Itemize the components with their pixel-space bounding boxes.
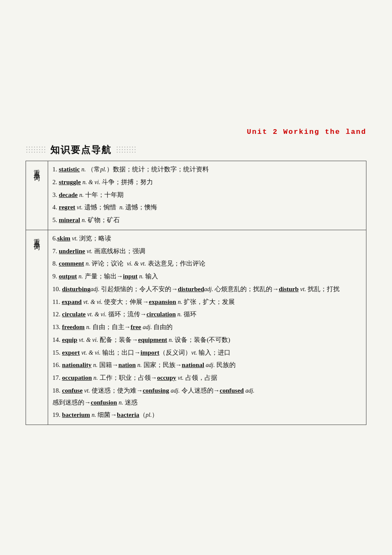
word-underline: underline [59, 248, 85, 254]
word-import: import [141, 349, 159, 356]
pos-4: vt. [77, 204, 83, 211]
entry-9: 9. output n. 产量；输出→input n. 输入 [52, 271, 362, 283]
word-disturbed: disturbed [178, 286, 204, 292]
entry-11: 11. expand vt. & vi. 使变大；伸展→expansion n.… [52, 296, 362, 308]
word-expand: expand [62, 298, 82, 305]
word-occupy: occupy [157, 374, 176, 381]
word-confusion: confusion [91, 399, 117, 406]
dots-right [116, 146, 136, 154]
word-confused: confused [220, 387, 244, 394]
row-label-text-1: 重点单词 [31, 165, 43, 171]
pos-7: vt. [86, 248, 92, 254]
word-free: free [131, 324, 141, 330]
row-label-1: 重点单词 [26, 161, 48, 230]
table-row-2: 重点单词 6.skim vt. 浏览；略读 7. underline vt. 画… [26, 230, 366, 425]
entry-10: 10. disturbingadj. 引起烦恼的；令人不安的→disturbed… [52, 283, 362, 295]
vocab-content-1: 1. statistic n. （常pl.）数据；统计；统计数字；统计资料 2.… [48, 161, 366, 230]
pos-5: n. [82, 217, 86, 223]
pos-3: n. [79, 192, 84, 198]
entry-17: 17. occupation n. 工作；职业；占领→occupy vt. 占领… [52, 372, 362, 384]
word-nation: nation [118, 361, 136, 368]
word-regret: regret [59, 204, 75, 211]
entry-15: 15. export vt. & vi. 输出；出口→import（反义词）vt… [52, 347, 362, 359]
entry-4: 4. regret vt. 遗憾；惋惜 n. 遗憾；懊悔 [52, 202, 362, 214]
word-equip: equip [62, 336, 78, 343]
pos-9: n. [78, 273, 83, 280]
word-circulate: circulate [62, 311, 86, 318]
entry-13: 13. freedom n. 自由；自主→free adj. 自由的 [52, 321, 362, 333]
pos-13: n. [86, 324, 91, 330]
row-label-2: 重点单词 [26, 230, 48, 425]
pos-19: n. [92, 412, 96, 418]
pos-11: vt. & vi. [83, 299, 102, 305]
word-nationality: nationality [62, 361, 92, 368]
word-occupation: occupation [62, 374, 92, 381]
dots-left [26, 146, 46, 154]
entry-6: 6.skim vt. 浏览；略读 [52, 233, 362, 245]
entry-16: 16. nationality n. 国籍→nation n. 国家；民族→na… [52, 359, 362, 371]
word-bacteria: bacteria [117, 411, 139, 418]
entry-5: 5. mineral n. 矿物；矿石 [52, 214, 362, 226]
entry-3: 3. decade n. 十年；十年期 [52, 189, 362, 201]
entry-18: 18. confuse vt. 使迷惑；使为难→confusing adj. 令… [52, 385, 362, 409]
vocab-content-2: 6.skim vt. 浏览；略读 7. underline vt. 画底线标出；… [48, 230, 366, 425]
word-bacterium: bacterium [62, 411, 90, 418]
word-export: export [62, 349, 80, 356]
pos-16: n. [93, 362, 98, 368]
pos-14: vt. & vi. [79, 337, 98, 343]
word-mineral: mineral [59, 217, 80, 223]
section-title: 知识要点导航 [50, 144, 112, 156]
word-disturbing: disturbing [62, 286, 91, 292]
entry-14: 14. equip vt. & vi. 配备；装备→equipment n. 设… [52, 334, 362, 346]
word-equipment: equipment [138, 336, 167, 343]
unit-title: Unit 2 Working the land [26, 128, 366, 136]
word-output: output [59, 273, 77, 280]
pos-10: adj. [90, 286, 99, 292]
word-input: input [123, 273, 138, 280]
entry-7: 7. underline vt. 画底线标出；强调 [52, 246, 362, 257]
pos-17: n. [93, 375, 98, 381]
word-confuse: confuse [62, 387, 83, 394]
pos-6: vt. [72, 235, 78, 242]
entry-2: 2. struggle n. & vi. 斗争；拼搏；努力 [52, 176, 362, 188]
word-struggle: struggle [59, 179, 81, 185]
pos-8: n. [86, 260, 90, 267]
table-row-1: 重点单词 1. statistic n. （常pl.）数据；统计；统计数字；统计… [26, 161, 366, 230]
entry-1: 1. statistic n. （常pl.）数据；统计；统计数字；统计资料 [52, 164, 362, 176]
entry-12: 12. circulate vt. & vi. 循环；流传→circulatio… [52, 309, 362, 321]
section-header: 知识要点导航 [26, 144, 366, 156]
word-confusing: confusing [143, 387, 169, 394]
word-national: national [182, 361, 205, 368]
pos-18: vt. [84, 387, 90, 394]
row-label-text-2: 重点单词 [31, 234, 43, 240]
pos-2: n. & vi. [82, 179, 100, 185]
word-disturb: disturb [279, 286, 299, 292]
word-circulation: circulation [147, 311, 176, 318]
word-decade: decade [59, 191, 78, 198]
word-skim: skim [57, 235, 70, 242]
word-freedom: freedom [62, 324, 85, 330]
word-expansion: expansion [149, 298, 176, 305]
entry-19: 19. bacterium n. 细菌→bacteria（pl.） [52, 409, 362, 421]
pos-12: vt. & vi. [87, 311, 107, 318]
word-comment: comment [59, 260, 84, 267]
vocab-table: 重点单词 1. statistic n. （常pl.）数据；统计；统计数字；统计… [26, 161, 366, 425]
entry-8: 8. comment n. 评论；议论 vi. & vt. 表达意见；作出评论 [52, 258, 362, 270]
pos-1: n. [81, 166, 86, 173]
pos-15: vt. & vi. [81, 350, 101, 356]
word-statistic: statistic [59, 166, 80, 173]
